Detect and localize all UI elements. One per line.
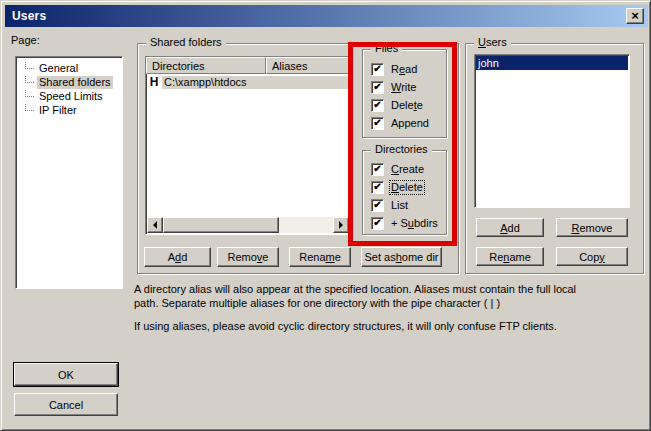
- scroll-right-button[interactable]: [333, 217, 349, 233]
- checkbox-label: Read: [390, 63, 418, 76]
- checkbox-read[interactable]: ✔ Read: [371, 62, 418, 76]
- checkbox-icon: ✔: [371, 63, 384, 76]
- scroll-right-icon: [339, 221, 347, 229]
- checkbox-list[interactable]: ✔ List: [371, 198, 409, 212]
- checkbox-icon: ✔: [371, 81, 384, 94]
- checkbox-delete-dir[interactable]: ✔ Delete: [371, 180, 424, 194]
- page-item-label: Speed Limits: [37, 90, 105, 103]
- tree-connector-icon: [25, 76, 34, 83]
- checkbox-label: Create: [390, 163, 425, 176]
- cancel-button[interactable]: Cancel: [14, 393, 118, 416]
- checkbox-create[interactable]: ✔ Create: [371, 162, 425, 176]
- remove-folder-button[interactable]: Remove: [217, 247, 279, 267]
- title-bar[interactable]: Users ×: [5, 5, 648, 27]
- add-user-button[interactable]: Add: [476, 218, 544, 237]
- directories-listview: Directories Aliases H C:\xampp\htdocs: [145, 56, 351, 235]
- page-item-label: General: [37, 62, 80, 75]
- tree-connector-icon: [25, 90, 34, 97]
- checkbox-subdirs[interactable]: ✔ + Subdirs: [371, 216, 439, 230]
- user-row-john[interactable]: john: [476, 56, 628, 70]
- rename-folder-button[interactable]: Rename: [289, 247, 351, 267]
- directories-permissions-group: Directories ✔ Create ✔ Delete ✔ List ✔ +…: [362, 150, 447, 235]
- check-icon: ✔: [373, 164, 381, 174]
- files-permissions-group: Files ✔ Read ✔ Write ✔ Delete ✔ Append: [362, 49, 447, 138]
- users-list: john: [474, 54, 630, 208]
- close-button[interactable]: ×: [626, 8, 644, 24]
- alias-notes: A directory alias will also appear at th…: [134, 282, 596, 333]
- directory-row[interactable]: H C:\xampp\htdocs: [146, 75, 350, 89]
- ok-button[interactable]: OK: [14, 363, 118, 386]
- page-item-shared-folders[interactable]: Shared folders: [16, 75, 122, 89]
- remove-user-button[interactable]: Remove: [556, 218, 628, 237]
- listview-header: Directories Aliases: [146, 57, 350, 74]
- page-list: General Shared folders Speed Limits IP F…: [15, 56, 123, 289]
- checkbox-icon: ✔: [371, 217, 384, 230]
- scrollbar-thumb[interactable]: [163, 217, 279, 233]
- column-header-aliases[interactable]: Aliases: [266, 57, 350, 74]
- checkbox-delete-file[interactable]: ✔ Delete: [371, 98, 424, 112]
- set-as-home-dir-button[interactable]: Set as home dir: [361, 247, 442, 267]
- directories-group-label: Directories: [371, 143, 432, 156]
- page-item-ip-filter[interactable]: IP Filter: [16, 103, 122, 117]
- check-icon: ✔: [373, 218, 381, 228]
- checkbox-label: + Subdirs: [390, 217, 439, 230]
- checkbox-label: Delete: [390, 99, 424, 112]
- close-icon: ×: [631, 11, 639, 21]
- checkbox-append[interactable]: ✔ Append: [371, 116, 430, 130]
- checkbox-icon: ✔: [371, 99, 384, 112]
- tree-connector-icon: [25, 104, 34, 111]
- page-item-speed-limits[interactable]: Speed Limits: [16, 89, 122, 103]
- window-title: Users: [12, 9, 46, 23]
- checkbox-icon: ✔: [371, 117, 384, 130]
- check-icon: ✔: [373, 100, 381, 110]
- checkbox-icon: ✔: [371, 199, 384, 212]
- page-item-label: IP Filter: [37, 104, 79, 117]
- checkbox-label: Delete: [390, 181, 424, 194]
- check-icon: ✔: [373, 64, 381, 74]
- check-icon: ✔: [373, 82, 381, 92]
- alias-note-2: If using aliases, please avoid cyclic di…: [134, 319, 596, 333]
- alias-note-1: A directory alias will also appear at th…: [134, 282, 596, 310]
- add-folder-button[interactable]: Add: [144, 247, 211, 267]
- users-group-label: Users: [474, 36, 511, 49]
- shared-folders-group-label: Shared folders: [146, 36, 226, 49]
- column-header-directories[interactable]: Directories: [146, 57, 266, 74]
- check-icon: ✔: [373, 200, 381, 210]
- checkbox-label: Write: [390, 81, 417, 94]
- directory-path: C:\xampp\htdocs: [162, 76, 350, 89]
- horizontal-scrollbar[interactable]: [147, 217, 349, 233]
- page-label: Page:: [11, 34, 40, 46]
- checkbox-label: List: [390, 199, 409, 212]
- files-group-label: Files: [371, 42, 402, 55]
- checkbox-write[interactable]: ✔ Write: [371, 80, 417, 94]
- checkbox-icon: ✔: [371, 163, 384, 176]
- checkbox-label: Append: [390, 117, 430, 130]
- page-item-general[interactable]: General: [16, 61, 122, 75]
- scroll-left-icon: [149, 221, 157, 229]
- home-marker: H: [146, 75, 162, 89]
- users-dialog: Users × Page: General Shared folders Spe…: [0, 0, 651, 431]
- check-icon: ✔: [373, 118, 381, 128]
- tree-connector-icon: [25, 62, 34, 69]
- page-item-label: Shared folders: [37, 76, 113, 89]
- rename-user-button[interactable]: Rename: [476, 247, 544, 266]
- scroll-left-button[interactable]: [147, 217, 163, 233]
- checkbox-icon: ✔: [371, 181, 384, 194]
- check-icon: ✔: [373, 182, 381, 192]
- copy-user-button[interactable]: Copy: [556, 247, 628, 266]
